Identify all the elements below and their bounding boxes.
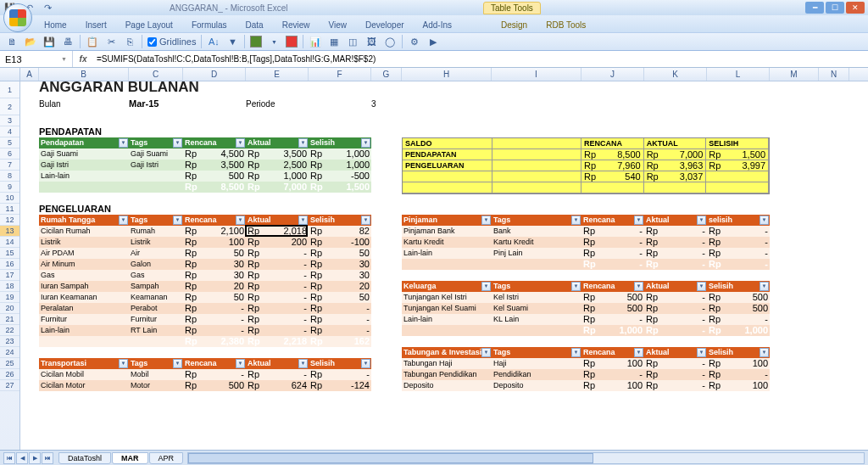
saldo-cell[interactable]: Rp1,500: [706, 149, 769, 160]
table-cell[interactable]: Haji: [492, 358, 581, 369]
next-sheet-button[interactable]: ▶: [29, 452, 41, 464]
table-cell[interactable]: Rp-: [183, 303, 246, 314]
table-cell[interactable]: Tunjangan Kel Istri: [402, 292, 492, 303]
table-cell[interactable]: Listrik: [129, 237, 183, 248]
table-cell[interactable]: Rp-: [309, 314, 371, 325]
table-header[interactable]: Aktual▼: [246, 137, 309, 148]
table-header[interactable]: Selisih▼: [309, 358, 371, 369]
row-header[interactable]: 5: [0, 137, 19, 148]
table-total-cell[interactable]: Rp-: [581, 259, 644, 270]
table-cell[interactable]: Bank: [492, 226, 581, 237]
table-cell[interactable]: Furnitur: [39, 314, 129, 325]
table-cell[interactable]: Rp-124: [309, 380, 371, 391]
filter-button[interactable]: ▼: [119, 359, 128, 368]
table-cell[interactable]: Rp1,000: [309, 148, 371, 160]
table-cell[interactable]: Pendidikan: [492, 369, 581, 380]
fill-color-button[interactable]: [250, 36, 262, 48]
column-header[interactable]: D: [183, 68, 246, 81]
column-header[interactable]: G: [371, 68, 402, 81]
table-header[interactable]: Tags▼: [129, 358, 183, 369]
table-total-cell[interactable]: Rp-: [644, 259, 707, 270]
table-cell[interactable]: Keamanan: [129, 292, 183, 303]
row-header[interactable]: 17: [0, 270, 19, 281]
filter-button[interactable]: ▼: [236, 138, 245, 148]
table-cell[interactable]: Rp2,500: [246, 160, 309, 171]
first-sheet-button[interactable]: ⏮: [3, 452, 15, 464]
periode-label[interactable]: Periode: [246, 98, 275, 109]
table-cell[interactable]: Rp20: [309, 281, 371, 292]
table-cell[interactable]: Rp-: [707, 314, 770, 325]
table-header[interactable]: Rumah Tangga▼: [39, 215, 129, 226]
table-total-cell[interactable]: Rp1,000: [581, 325, 644, 336]
ribbon-tab-insert[interactable]: Insert: [77, 18, 115, 32]
table-header[interactable]: Tags▼: [492, 215, 581, 226]
column-header[interactable]: K: [644, 68, 707, 81]
saldo-cell[interactable]: [581, 182, 644, 193]
table-cell[interactable]: Iuran Keamanan: [39, 292, 129, 303]
column-header[interactable]: M: [770, 68, 819, 81]
column-header[interactable]: N: [819, 68, 849, 81]
row-header[interactable]: 3: [0, 115, 19, 126]
sheet-area[interactable]: ANGGARAN BULANANBulanMar-15Periode3PENDA…: [20, 81, 868, 450]
ribbon-tab-design[interactable]: Design: [492, 18, 536, 32]
table-cell[interactable]: Rp-: [581, 314, 644, 325]
table-cell[interactable]: Rp-: [581, 369, 644, 380]
paste-icon[interactable]: 📋: [86, 35, 99, 48]
filter-button[interactable]: ▼: [697, 348, 706, 357]
row-header[interactable]: 26: [0, 369, 19, 380]
table-header[interactable]: Selisih▼: [707, 347, 770, 358]
pivot-icon[interactable]: ◫: [346, 35, 359, 48]
column-header[interactable]: H: [402, 68, 492, 81]
cut-icon[interactable]: ✂: [104, 35, 118, 48]
table-cell[interactable]: Rp-: [183, 325, 246, 336]
table-total-cell[interactable]: [39, 182, 129, 193]
table-cell[interactable]: Kel Istri: [492, 292, 581, 303]
row-header[interactable]: 22: [0, 325, 19, 336]
table-cell[interactable]: Rp-: [309, 325, 371, 336]
row-header[interactable]: 23: [0, 336, 19, 347]
table-header[interactable]: Selisih▼: [309, 137, 371, 148]
ribbon-tab-page-layout[interactable]: Page Layout: [117, 18, 181, 32]
table-total-cell[interactable]: [129, 336, 183, 347]
table-cell[interactable]: Rp1,000: [309, 160, 371, 171]
table-cell[interactable]: Cicilan Motor: [39, 380, 129, 391]
table-total-cell[interactable]: Rp162: [309, 336, 371, 347]
table-cell[interactable]: Pinjaman Bank: [402, 226, 492, 237]
table-cell[interactable]: Rp100: [581, 380, 644, 391]
table-cell[interactable]: Tabungan Pendidikan: [402, 369, 492, 380]
table-cell[interactable]: Rp-: [183, 314, 246, 325]
shapes-icon[interactable]: ◯: [383, 35, 397, 48]
saldo-header[interactable]: RENCANA: [581, 138, 644, 149]
table-cell[interactable]: Rp2,100: [183, 226, 246, 237]
table-cell[interactable]: Air Minum: [39, 259, 129, 270]
table-cell[interactable]: Rp50: [309, 248, 371, 259]
table-cell[interactable]: Lain-lain: [402, 314, 492, 325]
row-header[interactable]: 10: [0, 193, 19, 204]
table-cell[interactable]: Deposito: [492, 380, 581, 391]
filter-button[interactable]: ▼: [760, 282, 769, 291]
table-cell[interactable]: Rp-: [246, 369, 309, 380]
table-header[interactable]: Pendapatan▼: [39, 137, 129, 148]
filter-button[interactable]: ▼: [298, 359, 308, 368]
gridlines-toggle[interactable]: Gridlines: [147, 36, 196, 47]
table-cell[interactable]: Rp-: [707, 248, 770, 259]
row-header[interactable]: 18: [0, 281, 19, 292]
filter-button[interactable]: ▼: [298, 138, 308, 148]
column-header[interactable]: B: [39, 68, 129, 81]
table-cell[interactable]: Gaji Istri: [129, 160, 183, 171]
ribbon-tab-developer[interactable]: Developer: [357, 18, 413, 32]
minimize-button[interactable]: ━: [805, 2, 824, 14]
table-header[interactable]: Pinjaman▼: [402, 215, 492, 226]
table-cell[interactable]: Rp30: [183, 270, 246, 281]
table-cell[interactable]: Rp100: [183, 237, 246, 248]
saldo-cell[interactable]: [492, 160, 582, 171]
table-cell[interactable]: Furnitur: [129, 314, 183, 325]
filter-button[interactable]: ▼: [361, 216, 370, 225]
saldo-cell[interactable]: Rp3,997: [706, 160, 769, 171]
filter-button[interactable]: ▼: [236, 359, 245, 368]
table-cell[interactable]: Rp-: [644, 237, 707, 248]
table-cell[interactable]: Rp-: [246, 248, 309, 259]
redo-icon[interactable]: ↷: [41, 1, 54, 14]
table-total-cell[interactable]: [39, 336, 129, 347]
row-header[interactable]: 19: [0, 292, 19, 303]
